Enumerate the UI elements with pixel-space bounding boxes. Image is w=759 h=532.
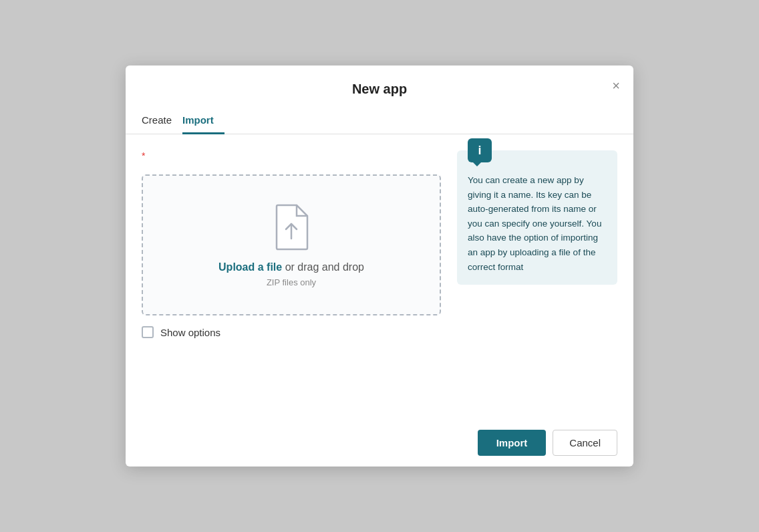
left-panel: * Upload a file or drag and drop ZIP fil… bbox=[142, 150, 441, 403]
modal-footer: Import Cancel bbox=[126, 419, 633, 467]
required-marker: * bbox=[142, 150, 441, 161]
modal-overlay: New app × Create Import * bbox=[0, 0, 759, 532]
tab-create[interactable]: Create bbox=[142, 108, 182, 134]
tabs-container: Create Import bbox=[126, 108, 633, 134]
right-panel: i You can create a new app by giving it … bbox=[457, 150, 617, 403]
import-button[interactable]: Import bbox=[478, 430, 547, 456]
close-button[interactable]: × bbox=[609, 76, 623, 95]
cancel-button[interactable]: Cancel bbox=[553, 430, 617, 456]
show-options-row: Show options bbox=[142, 326, 441, 338]
info-text: You can create a new app by giving it a … bbox=[468, 173, 607, 274]
info-box: i You can create a new app by giving it … bbox=[457, 150, 617, 285]
drop-text: Upload a file or drag and drop bbox=[218, 261, 364, 273]
file-drop-zone[interactable]: Upload a file or drag and drop ZIP files… bbox=[142, 174, 441, 315]
drop-text-suffix: or drag and drop bbox=[282, 261, 364, 273]
upload-link[interactable]: Upload a file bbox=[218, 261, 282, 273]
upload-file-icon bbox=[271, 203, 311, 251]
modal-dialog: New app × Create Import * bbox=[126, 65, 633, 467]
modal-title: New app bbox=[142, 82, 617, 97]
tab-import[interactable]: Import bbox=[182, 108, 224, 134]
modal-body: * Upload a file or drag and drop ZIP fil… bbox=[126, 134, 633, 419]
info-icon: i bbox=[478, 144, 481, 158]
modal-header: New app × bbox=[126, 65, 633, 108]
info-icon-bubble: i bbox=[468, 138, 492, 162]
show-options-label[interactable]: Show options bbox=[160, 327, 220, 338]
show-options-checkbox[interactable] bbox=[142, 326, 154, 338]
drop-subtext: ZIP files only bbox=[267, 277, 316, 287]
